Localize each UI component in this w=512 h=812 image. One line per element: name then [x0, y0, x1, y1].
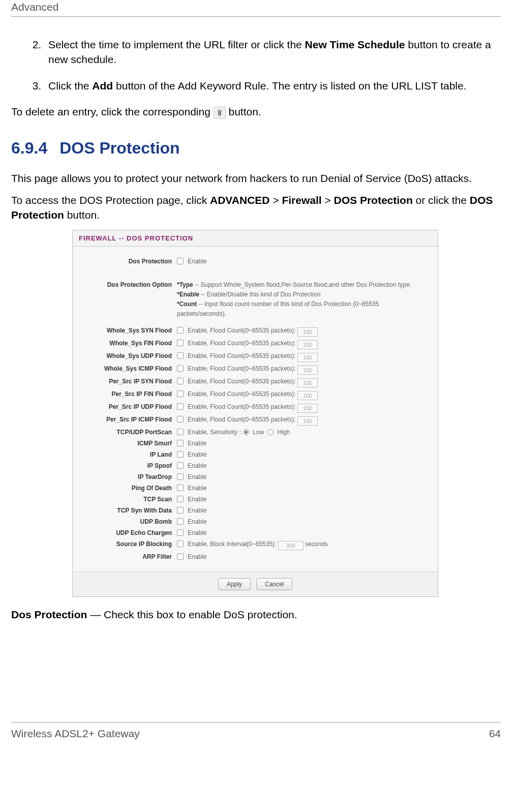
- enable-checkbox[interactable]: [177, 378, 184, 384]
- enable-checkbox[interactable]: [177, 507, 184, 514]
- setting-row: Whole_Sys FIN FloodEnable, Flood Count(0…: [83, 339, 428, 349]
- setting-row: IP TearDropEnable: [83, 472, 428, 482]
- setting-row: Whole_Sys SYN FloodEnable, Flood Count(0…: [83, 326, 428, 337]
- count-input[interactable]: 100: [297, 391, 318, 400]
- row-label: IP TearDrop: [83, 472, 177, 482]
- setting-row: ARP FilterEnable: [83, 552, 428, 561]
- page-header: Advanced: [11, 0, 501, 17]
- count-input[interactable]: 100: [297, 366, 318, 375]
- setting-row: TCP/UDP PortScanEnable, Sensitivity : Lo…: [83, 428, 428, 437]
- enable-checkbox[interactable]: [177, 553, 184, 560]
- row-label: IP Spoof: [83, 461, 177, 470]
- delete-instruction: To delete an entry, click the correspond…: [11, 104, 501, 119]
- section-heading: 6.9.4DOS Protection: [11, 139, 501, 158]
- row-label: Source IP Blocking: [83, 539, 177, 549]
- footer-page-number: 64: [489, 728, 501, 740]
- footer-left: Wireless ADSL2+ Gateway: [11, 728, 140, 740]
- firewall-screenshot: FIREWALL -- DOS PROTECTION Dos Protectio…: [72, 230, 438, 597]
- row-label: UDP Echo Chargen: [83, 528, 177, 537]
- setting-row: IP LandEnable: [83, 450, 428, 459]
- row-label: UDP Bomb: [83, 517, 177, 526]
- row-label: Whole_Sys ICMP Flood: [83, 364, 177, 373]
- enable-checkbox[interactable]: [177, 258, 184, 264]
- setting-row: TCP Syn With DataEnable: [83, 506, 428, 515]
- step-2: Select the time to implement the URL fil…: [44, 37, 501, 67]
- sensitivity-radio[interactable]: [243, 429, 249, 435]
- row-label: ARP Filter: [83, 552, 177, 561]
- row-label: Whole_Sys FIN Flood: [83, 339, 177, 348]
- option-description: Dos Protection Option*Type -- Support Wh…: [83, 280, 428, 319]
- interval-input[interactable]: 300: [278, 541, 304, 550]
- setting-row: UDP BombEnable: [83, 517, 428, 526]
- enable-checkbox[interactable]: [177, 540, 184, 547]
- row-label: ICMP Smurf: [83, 439, 177, 448]
- setting-row: ICMP SmurfEnable: [83, 439, 428, 448]
- intro-text: This page allows you to protect your net…: [11, 171, 501, 186]
- enable-checkbox[interactable]: [177, 390, 184, 397]
- step-list: Select the time to implement the URL fil…: [11, 37, 501, 93]
- enable-checkbox[interactable]: [177, 403, 184, 410]
- setting-row: Per_Src IP SYN FloodEnable, Flood Count(…: [83, 377, 428, 387]
- enable-checkbox[interactable]: [177, 496, 184, 502]
- enable-checkbox[interactable]: [177, 451, 184, 458]
- chapter-title: Advanced: [11, 1, 58, 13]
- enable-checkbox[interactable]: [177, 429, 184, 435]
- row-label: Per_Src IP UDP Flood: [83, 402, 177, 411]
- enable-checkbox[interactable]: [177, 529, 184, 536]
- enable-checkbox[interactable]: [177, 340, 184, 346]
- enable-checkbox[interactable]: [177, 440, 184, 446]
- count-input[interactable]: 100: [297, 404, 318, 413]
- setting-row: Dos ProtectionEnable: [83, 257, 428, 266]
- count-input[interactable]: 100: [297, 353, 318, 362]
- enable-checkbox[interactable]: [177, 327, 184, 334]
- row-label: Per_Src IP SYN Flood: [83, 377, 177, 386]
- page-footer: Wireless ADSL2+ Gateway 64: [11, 722, 501, 747]
- row-label: Whole_Sys SYN Flood: [83, 326, 177, 335]
- setting-row: Whole_Sys UDP FloodEnable, Flood Count(0…: [83, 351, 428, 362]
- setting-row: Per_Src IP ICMP FloodEnable, Flood Count…: [83, 415, 428, 426]
- count-input[interactable]: 100: [297, 340, 318, 349]
- count-input[interactable]: 100: [297, 416, 318, 426]
- row-label: Per_Src IP ICMP Flood: [83, 415, 177, 424]
- enable-checkbox[interactable]: [177, 365, 184, 372]
- step-3: Click the Add button of the Add Keyword …: [44, 78, 501, 93]
- row-label: IP Land: [83, 450, 177, 459]
- panel-title: FIREWALL -- DOS PROTECTION: [73, 230, 438, 247]
- setting-row: UDP Echo ChargenEnable: [83, 528, 428, 537]
- sensitivity-radio[interactable]: [267, 429, 274, 435]
- enable-checkbox[interactable]: [177, 473, 184, 480]
- access-text: To access the DOS Protection page, click…: [11, 193, 501, 223]
- enable-checkbox[interactable]: [177, 462, 184, 469]
- row-label: Dos Protection: [83, 257, 177, 266]
- enable-checkbox[interactable]: [177, 518, 184, 525]
- row-label: Ping Of Death: [83, 484, 177, 493]
- enable-checkbox[interactable]: [177, 352, 184, 359]
- count-input[interactable]: 100: [297, 327, 318, 337]
- trash-icon: [214, 107, 226, 119]
- row-label: TCP Scan: [83, 495, 177, 504]
- setting-row: Ping Of DeathEnable: [83, 484, 428, 493]
- setting-row: IP SpoofEnable: [83, 461, 428, 470]
- outro-text: Dos Protection — Check this box to enabl…: [11, 607, 501, 622]
- row-label: Whole_Sys UDP Flood: [83, 351, 177, 360]
- row-label: TCP Syn With Data: [83, 506, 177, 515]
- enable-checkbox[interactable]: [177, 416, 184, 423]
- setting-row: TCP ScanEnable: [83, 495, 428, 504]
- setting-row: Whole_Sys ICMP FloodEnable, Flood Count(…: [83, 364, 428, 375]
- row-label: Dos Protection Option: [83, 280, 177, 290]
- setting-row: Per_Src IP UDP FloodEnable, Flood Count(…: [83, 402, 428, 413]
- count-input[interactable]: 100: [297, 378, 318, 387]
- apply-button[interactable]: Apply: [218, 578, 251, 590]
- row-label: Per_Src IP FIN Flood: [83, 389, 177, 399]
- cancel-button[interactable]: Cancel: [256, 578, 292, 590]
- enable-checkbox[interactable]: [177, 485, 184, 491]
- setting-row: Source IP BlockingEnable, Block Interval…: [83, 539, 428, 550]
- row-label: TCP/UDP PortScan: [83, 428, 177, 437]
- setting-row: Per_Src IP FIN FloodEnable, Flood Count(…: [83, 389, 428, 400]
